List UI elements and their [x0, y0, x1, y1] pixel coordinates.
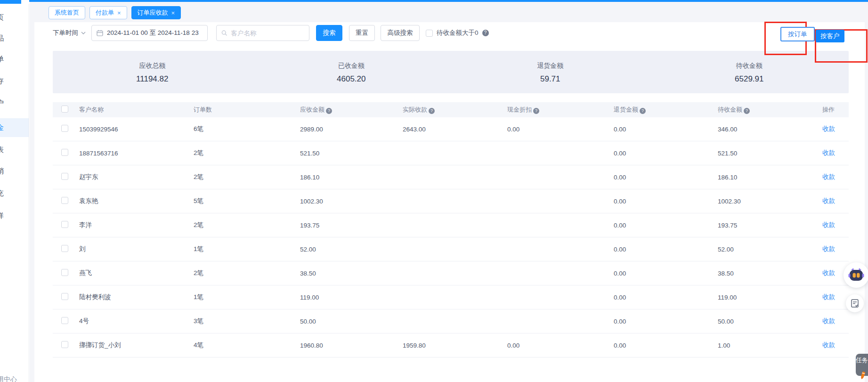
row-select-cell: [53, 317, 74, 325]
collect-payment-link[interactable]: 收款: [822, 125, 835, 132]
search-button[interactable]: 搜索: [316, 25, 342, 41]
sidebar-item[interactable]: 样: [0, 211, 16, 220]
collect-payment-link[interactable]: 收款: [822, 317, 835, 325]
advanced-search-button[interactable]: 高级搜索: [381, 25, 420, 41]
checkbox-box[interactable]: [426, 30, 433, 37]
sidebar-item[interactable]: 销: [0, 167, 16, 176]
sidebar-item[interactable]: 充: [0, 189, 16, 198]
checkbox-label: 待收金额大于0: [437, 29, 479, 37]
help-icon[interactable]: ?: [482, 30, 489, 36]
help-icon[interactable]: ?: [640, 108, 646, 114]
by-customer-button[interactable]: 按客户: [816, 30, 844, 42]
row-select-cell: [53, 269, 74, 277]
sidebar-item[interactable]: 页: [0, 13, 16, 22]
row-checkbox[interactable]: [61, 341, 68, 348]
collect-payment-link[interactable]: 收款: [822, 341, 835, 349]
column-header: 操作: [822, 106, 849, 114]
table-row: 李洋2笔193.750.00193.75收款: [53, 213, 849, 237]
table-header: 客户名称订单数应收金额?实际收款?现金折扣?退货金额?待收金额?操作: [53, 102, 849, 117]
row-select-cell: [53, 221, 74, 229]
filter-toolbar: 下单时间 2024-11-01 00 至 2024-11-18 23 搜索 重置…: [53, 25, 489, 41]
row-checkbox[interactable]: [61, 173, 68, 180]
table-row: 袁东艳5笔1002.300.001002.30收款: [53, 189, 849, 213]
date-range-input[interactable]: 2024-11-01 00 至 2024-11-18 23: [91, 25, 208, 41]
collect-payment-link[interactable]: 收款: [822, 245, 835, 252]
row-checkbox[interactable]: [61, 245, 68, 252]
customer-name-cell: 刘: [74, 245, 189, 253]
sidebar-item[interactable]: 单: [0, 55, 16, 64]
order-count-cell: 1笔: [189, 245, 295, 253]
row-checkbox[interactable]: [61, 149, 68, 156]
collect-payment-link[interactable]: 收款: [822, 221, 835, 228]
customer-name-cell: 赵宇东: [74, 173, 189, 181]
main-panel: 下单时间 2024-11-01 00 至 2024-11-18 23 搜索 重置…: [34, 22, 865, 382]
by-order-button[interactable]: 按订单: [780, 27, 815, 41]
pending-cell: 38.50: [713, 270, 822, 277]
customer-name-cell: 燕飞: [74, 269, 189, 277]
customer-search-field[interactable]: [216, 25, 309, 41]
collect-payment-link[interactable]: 收款: [822, 173, 835, 180]
row-checkbox[interactable]: [61, 293, 68, 300]
order-count-cell: 3笔: [189, 317, 295, 325]
receivable-cell: 193.75: [295, 222, 398, 229]
column-label: 应收金额: [300, 106, 324, 113]
close-icon[interactable]: ×: [171, 10, 175, 16]
row-select-cell: [53, 173, 74, 181]
reset-button[interactable]: 重置: [349, 25, 375, 41]
receivable-cell: 186.10: [295, 174, 398, 181]
tab-item[interactable]: 系统首页: [49, 6, 85, 19]
action-cell: 收款: [822, 173, 849, 181]
table-row: 4号3笔50.000.0050.00收款: [53, 309, 849, 333]
sidebar-item[interactable]: 存: [0, 77, 16, 86]
help-icon[interactable]: ?: [744, 108, 750, 114]
collect-payment-link[interactable]: 收款: [822, 269, 835, 276]
report-widget[interactable]: [846, 294, 864, 312]
collect-payment-link[interactable]: 收款: [822, 149, 835, 156]
refund-cell: 0.00: [609, 222, 713, 229]
refund-cell: 0.00: [609, 318, 713, 325]
close-icon[interactable]: ×: [117, 10, 121, 16]
row-select-cell: [53, 293, 74, 301]
table-row: 赵宇东2笔186.100.00186.10收款: [53, 165, 849, 189]
customer-name-cell: 挪挪订货_小刘: [74, 341, 189, 349]
column-label: 实际收款: [403, 106, 427, 113]
help-icon[interactable]: ?: [533, 108, 539, 114]
chevron-down-icon: [81, 32, 86, 34]
row-checkbox[interactable]: [61, 221, 68, 228]
help-icon[interactable]: ?: [429, 108, 435, 114]
sidebar-item[interactable]: 金: [0, 123, 16, 132]
row-checkbox[interactable]: [61, 317, 68, 324]
content-area: 系统首页付款单×订单应收款× 下单时间 2024-11-01 00 至 2024…: [30, 2, 868, 382]
select-all-checkbox[interactable]: [61, 106, 68, 113]
column-header: 客户名称: [74, 106, 189, 114]
tab-item[interactable]: 付款单×: [89, 6, 127, 19]
customer-name-cell: 18871563716: [74, 150, 189, 157]
pending-amount-filter[interactable]: 待收金额大于0 ?: [426, 29, 489, 37]
row-checkbox[interactable]: [61, 125, 68, 132]
column-label: 操作: [822, 106, 835, 113]
customer-name-cell: 袁东艳: [74, 197, 189, 205]
sidebar-item[interactable]: 品: [0, 34, 16, 43]
row-checkbox[interactable]: [61, 269, 68, 276]
sidebar-item[interactable]: 户: [0, 99, 16, 108]
collect-payment-link[interactable]: 收款: [822, 197, 835, 204]
sidebar-footer-label[interactable]: 用中心: [0, 375, 17, 382]
summary-label: 已收金额: [338, 62, 365, 70]
time-field-select[interactable]: 下单时间: [53, 29, 89, 37]
collect-payment-link[interactable]: 收款: [822, 293, 835, 301]
customer-search-input[interactable]: [231, 30, 304, 37]
action-cell: 收款: [822, 245, 849, 253]
calendar-icon: [97, 30, 103, 36]
chatbot-widget[interactable]: [844, 262, 868, 288]
sidebar-item[interactable]: 表: [0, 146, 16, 154]
table-row: 燕飞2笔38.500.0038.50收款: [53, 261, 849, 285]
pending-cell: 193.75: [713, 222, 822, 229]
column-header: 现金折扣?: [503, 106, 609, 114]
column-label: 退货金额: [614, 106, 638, 113]
tab-active[interactable]: 订单应收款×: [131, 6, 181, 19]
row-checkbox[interactable]: [61, 197, 68, 204]
app-root: { "sidebar": { "items": [ {"char": "页", …: [0, 0, 868, 382]
help-icon[interactable]: ?: [326, 108, 332, 114]
column-header: 待收金额?: [713, 106, 822, 114]
order-count-cell: 2笔: [189, 173, 295, 181]
